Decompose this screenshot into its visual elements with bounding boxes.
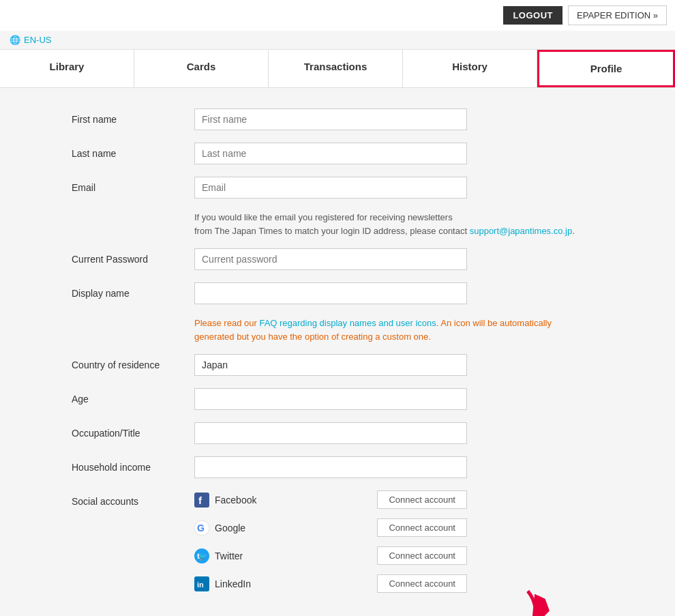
display-name-input-wrap [194,282,603,304]
country-row: Country of residence [72,354,603,376]
epaper-button[interactable]: EPAPER EDITION » [568,5,667,25]
last-name-input-wrap [194,143,603,164]
google-icon: G [194,520,209,536]
language-selector[interactable]: EN-US [24,35,51,45]
logout-button[interactable]: LOGOUT [503,6,562,25]
household-income-input-wrap [194,456,603,478]
occupation-row: Occupation/Title [72,422,603,444]
main-content: First name Last name Email If you would … [31,88,644,616]
social-accounts-label: Social accounts [72,490,194,507]
svg-text:in: in [197,581,204,589]
tab-profile[interactable]: Profile [537,50,675,87]
twitter-connect-button[interactable]: Connect account [377,546,467,565]
occupation-input[interactable] [194,422,467,444]
support-email-link[interactable]: support@japantimes.co.jp [470,226,573,236]
facebook-icon: f [194,493,209,508]
linkedin-label: LinkedIn [215,578,251,589]
age-label: Age [72,388,194,405]
email-input[interactable] [194,177,467,199]
household-income-row: Household income [72,456,603,478]
svg-text:t: t [197,552,200,560]
list-item: f Facebook Connect account [194,490,467,509]
email-row: Email [72,177,603,199]
display-name-input[interactable] [194,282,467,304]
email-label: Email [72,177,194,193]
facebook-connect-button[interactable]: Connect account [377,490,467,509]
list-item: in LinkedIn Connect account [194,574,467,593]
age-input[interactable] [194,388,467,410]
email-info: If you would like the email you register… [194,211,590,237]
display-name-row: Display name [72,282,603,304]
list-item: G Google Connect account [194,518,467,537]
current-password-input-wrap [194,248,603,270]
tab-library[interactable]: Library [0,50,134,87]
twitter-icon: 🐦 t [194,548,209,563]
first-name-input-wrap [194,108,603,130]
first-name-row: First name [72,108,603,130]
social-accounts-row: Social accounts f Facebook Connect accou… [72,490,603,602]
country-label: Country of residence [72,354,194,370]
globe-icon: 🌐 [10,35,20,45]
google-label: Google [215,523,245,533]
last-name-row: Last name [72,143,603,164]
first-name-label: First name [72,108,194,125]
country-input-wrap [194,354,603,376]
google-connect-button[interactable]: Connect account [377,518,467,537]
nav-tabs: Library Cards Transactions History Profi… [0,50,675,88]
occupation-input-wrap [194,422,603,444]
faq-link[interactable]: FAQ regarding display names and user ico… [259,318,436,328]
display-name-notice: Please read our FAQ regarding display na… [194,317,590,343]
linkedin-icon: in [194,576,209,591]
age-input-wrap [194,388,603,410]
social-accounts-list: f Facebook Connect account G Go [194,490,603,602]
country-input[interactable] [194,354,467,376]
last-name-input[interactable] [194,143,467,164]
lang-bar: 🌐 EN-US [0,31,675,50]
occupation-label: Occupation/Title [72,422,194,439]
current-password-label: Current Password [72,248,194,265]
age-row: Age [72,388,603,410]
tab-history[interactable]: History [403,50,537,87]
twitter-label: Twitter [215,551,243,561]
household-income-label: Household income [72,456,194,473]
linkedin-connect-button[interactable]: Connect account [377,574,467,593]
current-password-input[interactable] [194,248,467,270]
email-input-wrap [194,177,603,199]
tab-transactions[interactable]: Transactions [269,50,403,87]
first-name-input[interactable] [194,108,467,130]
top-bar: LOGOUT EPAPER EDITION » [0,0,675,31]
svg-rect-0 [194,493,209,508]
household-income-input[interactable] [194,456,467,478]
facebook-label: Facebook [215,495,256,505]
list-item: 🐦 t Twitter Connect account [194,546,467,565]
svg-text:G: G [197,523,205,533]
last-name-label: Last name [72,143,194,159]
tab-cards[interactable]: Cards [134,50,269,87]
current-password-row: Current Password [72,248,603,270]
display-name-label: Display name [72,282,194,299]
